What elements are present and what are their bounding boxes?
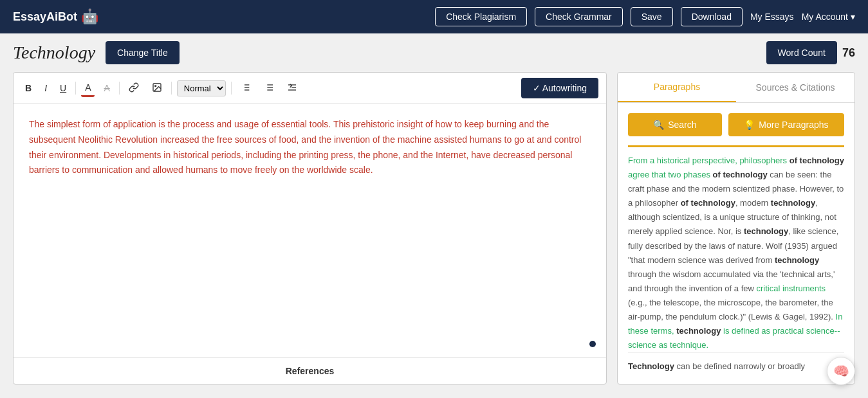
autowriting-button[interactable]: ✓ Autowriting: [521, 78, 598, 98]
references-label: References: [286, 366, 335, 376]
right-panel-body: 🔍 Search 💡 More Paragraphs From a histor…: [618, 103, 854, 384]
logo-area: EssayAiBot 🤖: [13, 8, 98, 25]
toolbar-separator-2: [119, 82, 120, 95]
check-grammar-button[interactable]: Check Grammar: [535, 7, 623, 26]
editor-text: The simplest form of application is the …: [29, 117, 591, 178]
editor-toolbar: B I U A A Normal: [14, 73, 606, 104]
of-technology-bold: of technology: [790, 156, 844, 165]
logo-text: EssayAiBot: [13, 10, 77, 24]
underline-button[interactable]: U: [56, 80, 70, 96]
robot-icon: 🤖: [81, 8, 98, 25]
my-account-label: My Account: [802, 12, 848, 22]
word-count-number: 76: [842, 46, 855, 60]
bullet-list-button[interactable]: [260, 80, 278, 97]
title-bar: Technology Change Title Word Count 76: [0, 33, 868, 72]
editor-body[interactable]: The simplest form of application is the …: [14, 104, 606, 357]
main-content: B I U A A Normal: [0, 72, 868, 397]
right-panel: Paragraphs Sources & Citations 🔍 Search …: [617, 72, 855, 384]
indent-button[interactable]: [283, 80, 301, 97]
format-select[interactable]: Normal: [177, 80, 226, 96]
toolbar-separator-1: [75, 82, 76, 95]
toolbar-separator-3: [171, 82, 172, 95]
tab-sources-citations[interactable]: Sources & Citations: [736, 73, 854, 102]
svg-point-1: [154, 85, 156, 86]
essay-title: Technology: [13, 42, 95, 63]
panel-actions: 🔍 Search 💡 More Paragraphs: [628, 113, 844, 136]
image-button[interactable]: [148, 80, 166, 97]
word-count-area: Word Count 76: [766, 41, 855, 64]
more-paragraphs-label: More Paragraphs: [759, 120, 828, 130]
paragraph-content: From a historical perspective, philosoph…: [628, 145, 844, 374]
right-panel-tabs: Paragraphs Sources & Citations: [618, 73, 854, 103]
header: EssayAiBot 🤖 Check Plagiarism Check Gram…: [0, 0, 868, 33]
second-paragraph-text: Technology: [628, 361, 674, 371]
word-count-button[interactable]: Word Count: [766, 41, 837, 64]
search-button[interactable]: 🔍 Search: [628, 113, 722, 136]
download-button[interactable]: Download: [681, 7, 743, 26]
toolbar-separator-4: [231, 82, 232, 95]
my-essays-link[interactable]: My Essays: [750, 12, 794, 22]
bold-button[interactable]: B: [21, 80, 35, 96]
chevron-down-icon: ▾: [851, 12, 855, 22]
brain-icon-button[interactable]: 🧠: [827, 357, 855, 385]
more-paragraphs-button[interactable]: 💡 More Paragraphs: [728, 113, 844, 136]
text-color-button[interactable]: A: [81, 80, 95, 97]
change-title-button[interactable]: Change Title: [106, 41, 180, 64]
editor-panel: B I U A A Normal: [13, 72, 607, 384]
link-button[interactable]: [125, 80, 143, 97]
references-section: References: [14, 357, 606, 384]
paragraph-text-start: From a historical perspective, philosoph…: [628, 156, 790, 165]
save-button[interactable]: Save: [631, 7, 673, 26]
check-plagiarism-button[interactable]: Check Plagiarism: [435, 7, 527, 26]
lightbulb-icon: 💡: [744, 120, 755, 130]
brain-icon: 🧠: [833, 363, 849, 379]
search-label: Search: [668, 120, 696, 130]
tab-paragraphs[interactable]: Paragraphs: [618, 73, 736, 102]
highlight-button[interactable]: A: [100, 80, 113, 96]
my-account-menu[interactable]: My Account ▾: [802, 12, 855, 22]
editor-cursor-dot: [589, 341, 596, 347]
italic-button[interactable]: I: [41, 80, 51, 96]
ordered-list-button[interactable]: [237, 80, 255, 97]
search-icon: 🔍: [653, 120, 664, 130]
second-paragraph: Technology can be defined narrowly or br…: [628, 352, 844, 374]
